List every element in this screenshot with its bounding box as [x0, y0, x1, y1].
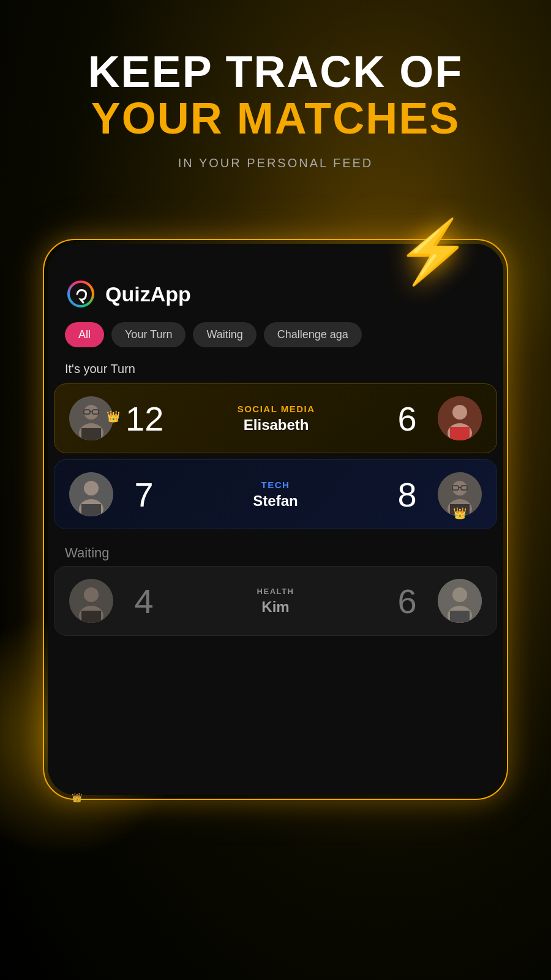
app-logo-icon [65, 278, 97, 310]
phone-outer-border: QuizApp All Your Turn Waiting Challenge … [43, 239, 508, 800]
match-center-1: SOCIAL MEDIA Elisabeth [176, 404, 377, 434]
match-card-1[interactable]: 👑 12 SOCIAL MEDIA Elisabeth 6 [54, 383, 497, 453]
hero-line1: KEEP TRACK OF [0, 49, 551, 96]
player-score-waiting-1: 4 [126, 581, 162, 621]
matches-list: 👑 12 SOCIAL MEDIA Elisabeth 6 [48, 383, 503, 642]
match-category-waiting-1: HEALTH [174, 587, 377, 596]
match-card-2[interactable]: 7 TECH Stefan 8 [54, 459, 497, 529]
match-category-1: SOCIAL MEDIA [176, 404, 377, 414]
svg-rect-11 [450, 427, 470, 440]
svg-rect-30 [450, 611, 470, 623]
match-opponent-waiting-1: Kim [174, 598, 377, 616]
match-center-waiting-1: HEALTH Kim [174, 587, 377, 616]
svg-point-24 [84, 587, 99, 602]
match-center-2: TECH Stefan [174, 480, 377, 510]
svg-rect-15 [81, 504, 101, 516]
opponent-score-waiting-1: 6 [389, 581, 425, 621]
match-opponent-1: Elisabeth [176, 417, 377, 434]
svg-point-2 [84, 405, 99, 420]
tab-waiting[interactable]: Waiting [193, 322, 256, 347]
svg-rect-26 [81, 611, 101, 623]
hero-subtitle: IN YOUR PERSONAL FEED [0, 156, 551, 170]
phone-mockup: ⚡ [43, 239, 508, 800]
match-opponent-2: Stefan [174, 492, 377, 510]
player-avatar-waiting-1 [69, 579, 113, 623]
svg-point-9 [452, 405, 467, 420]
lightning-icon: ⚡ [395, 221, 471, 282]
section-your-turn-label: It's your Turn [48, 357, 503, 383]
svg-point-13 [84, 481, 99, 496]
opponent-score-2: 8 [389, 475, 425, 514]
tab-all[interactable]: All [65, 322, 104, 347]
opponent-avatar-1 [438, 396, 482, 440]
opponent-avatar-waiting-1 [438, 579, 482, 623]
phone-screen: QuizApp All Your Turn Waiting Challenge … [48, 244, 503, 795]
filter-tabs-row: All Your Turn Waiting Challenge aga [48, 317, 503, 357]
tab-your-turn[interactable]: Your Turn [111, 322, 186, 347]
opponent-1-icon [438, 396, 482, 440]
player-waiting-1-icon [69, 579, 113, 623]
tab-challenge-again[interactable]: Challenge aga [264, 322, 362, 347]
opponent-score-1: 6 [389, 399, 425, 439]
svg-point-17 [452, 481, 467, 496]
match-category-2: TECH [174, 480, 377, 490]
app-title: QuizApp [105, 282, 191, 306]
svg-point-28 [452, 587, 467, 602]
waiting-section-label: Waiting [48, 535, 503, 566]
player-2-icon [69, 472, 113, 516]
svg-rect-4 [81, 428, 101, 440]
player-score-1: 12 [126, 399, 163, 439]
player-avatar-2 [69, 472, 113, 516]
match-card-waiting-1[interactable]: 👑 4 HEALTH Kim 6 [54, 566, 497, 636]
player-score-2: 7 [126, 475, 162, 514]
hero-line2: YOUR MATCHES [0, 96, 551, 142]
hero-section: KEEP TRACK OF YOUR MATCHES IN YOUR PERSO… [0, 49, 551, 170]
opponent-waiting-1-icon [438, 579, 482, 623]
svg-point-0 [66, 279, 96, 309]
